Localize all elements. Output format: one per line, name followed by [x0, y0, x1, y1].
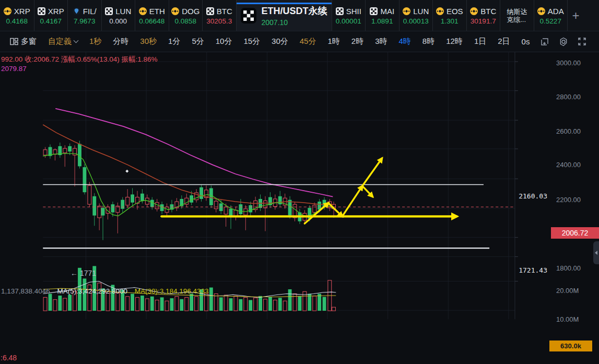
- binance-icon: [470, 7, 478, 15]
- active-price: 2007.10: [262, 18, 327, 27]
- binance-icon: [403, 7, 410, 15]
- ticker-lun[interactable]: LUN 0.00013: [399, 0, 433, 31]
- ticker-symbol: FIL/: [83, 7, 97, 16]
- ticker-symbol: LUN: [413, 7, 429, 16]
- period-1分[interactable]: 1分: [162, 35, 186, 49]
- ticker-bar: XRP 0.4168 XRP 0.4167 FIL/ 7.9673 LUN 0.…: [0, 0, 599, 31]
- ticker-symbol: EOS: [447, 7, 463, 16]
- okx-icon: [241, 8, 256, 24]
- settings-gear-icon[interactable]: [554, 37, 573, 46]
- ticker-lun[interactable]: LUN 0.000: [101, 0, 135, 31]
- binance-icon: [171, 7, 179, 15]
- period-15分[interactable]: 15分: [238, 35, 266, 49]
- period-12時[interactable]: 12時: [440, 35, 468, 49]
- add-ticker-button[interactable]: +: [567, 0, 584, 31]
- okx-icon: [38, 7, 45, 15]
- ticker-price: 30205.3: [206, 17, 232, 25]
- ticker-price: 0.00013: [403, 17, 429, 25]
- ticker-xrp[interactable]: XRP 0.4168: [0, 0, 34, 31]
- active-tab-ticker-ethusdt[interactable]: ETH/USDT永续 2007.10: [236, 0, 332, 31]
- chart-toolbar: 多窗 自定義 1秒分時30秒1分5分10分15分30分45分1時2時3時4時8時…: [0, 31, 599, 52]
- period-45分[interactable]: 45分: [294, 35, 322, 49]
- fullscreen-icon[interactable]: [573, 37, 591, 46]
- ticker-symbol: MAI: [380, 7, 394, 16]
- period-30分[interactable]: 30分: [266, 35, 294, 49]
- ticker-btc[interactable]: BTC 30205.3: [202, 0, 236, 31]
- ticker-symbol: BTC: [480, 7, 496, 16]
- ticker-symbol: 纳斯达克综...: [507, 8, 527, 24]
- ticker-price: 0.00001: [336, 17, 361, 25]
- period-2時[interactable]: 2時: [346, 35, 369, 49]
- ticker-price: 7.9673: [74, 17, 95, 25]
- period-0s[interactable]: 0s: [516, 35, 536, 49]
- period-2日[interactable]: 2日: [492, 35, 515, 49]
- price-volume-chart[interactable]: [0, 52, 599, 364]
- current-volume-badge: 630.0k: [549, 340, 592, 351]
- ticker-price: 1.301: [441, 17, 459, 25]
- ticker-symbol: XRP: [14, 7, 30, 16]
- period-5分[interactable]: 5分: [186, 35, 209, 49]
- ticker-price: 0.0858: [175, 17, 196, 25]
- ticker-symbol: SHII: [346, 7, 361, 16]
- ticker-price: 0.4167: [40, 17, 62, 25]
- custom-period-label: 自定義: [48, 37, 72, 46]
- ticker-symbol: DOG: [182, 7, 199, 16]
- save-layout-button[interactable]: 未命名: [595, 35, 599, 49]
- add-pane-button[interactable]: [535, 37, 554, 46]
- period-10分[interactable]: 10分: [210, 35, 238, 49]
- period-3時[interactable]: 3時: [369, 35, 393, 49]
- okx-icon: [336, 7, 344, 15]
- filecoin-icon: [73, 7, 80, 15]
- custom-period-button[interactable]: 自定義: [42, 35, 84, 49]
- ticker-symbol: BTC: [217, 7, 232, 16]
- ticker-symbol: XRP: [48, 7, 64, 16]
- period-8時[interactable]: 8時: [417, 35, 440, 49]
- period-1時[interactable]: 1時: [322, 35, 345, 49]
- ticker-mai[interactable]: MAI 1.0891: [365, 0, 399, 31]
- okx-icon: [105, 7, 113, 15]
- multi-window-label: 多窗: [21, 37, 37, 46]
- ticker-price: 30191.7: [471, 17, 496, 25]
- period-1秒[interactable]: 1秒: [84, 35, 107, 49]
- period-4時[interactable]: 4時: [393, 35, 417, 49]
- ticker-price: 0.000: [109, 17, 127, 25]
- ticker-symbol: ETH: [149, 7, 165, 16]
- ticker-price: 0.4168: [6, 17, 28, 25]
- ma-lines-layer: [43, 109, 336, 297]
- multi-window-button[interactable]: 多窗: [4, 35, 42, 49]
- current-price-badge: 2006.72: [551, 227, 599, 239]
- candles-layer: [43, 141, 335, 240]
- period-分時[interactable]: 分時: [107, 35, 134, 49]
- ticker-eos[interactable]: EOS 1.301: [432, 0, 466, 31]
- ticker-[interactable]: 纳斯达克综...: [500, 0, 534, 31]
- multi-window-icon: [10, 38, 18, 45]
- ticker-price: 0.06648: [139, 17, 165, 25]
- ticker-price: 0.5227: [540, 17, 561, 25]
- ticker-btc[interactable]: BTC 30191.7: [466, 0, 500, 31]
- period-list: 1秒分時30秒1分5分10分15分30分45分1時2時3時4時8時12時1日2日…: [84, 35, 535, 49]
- period-30秒[interactable]: 30秒: [134, 35, 162, 49]
- volume-layer: [43, 266, 335, 311]
- ticker-price: 1.0891: [371, 17, 393, 25]
- binance-icon: [436, 7, 444, 15]
- chevron-down-icon: [74, 38, 79, 43]
- okx-icon: [370, 7, 378, 15]
- ticker-ada[interactable]: ADA 0.5227: [534, 0, 568, 31]
- triangle-left-icon: [595, 251, 597, 255]
- ticker-symbol: ADA: [548, 7, 564, 16]
- ticker-symbol: LUN: [115, 7, 131, 16]
- binance-icon: [4, 7, 11, 15]
- ticker-eth[interactable]: ETH 0.06648: [135, 0, 169, 31]
- ticker-fil[interactable]: FIL/ 7.9673: [67, 0, 101, 31]
- ticker-dog[interactable]: DOG 0.0858: [169, 0, 203, 31]
- okx-icon: [206, 7, 214, 15]
- active-tab-indicator: [237, 3, 332, 4]
- ticker-shii[interactable]: SHII 0.00001: [332, 0, 366, 31]
- ticker-xrp[interactable]: XRP 0.4167: [34, 0, 68, 31]
- binance-icon: [537, 7, 545, 15]
- active-symbol-label: ETH/USDT永续: [262, 5, 327, 17]
- binance-icon: [139, 7, 147, 15]
- collapse-panel-handle[interactable]: [593, 241, 599, 264]
- chart-canvas[interactable]: 992.00 收:2006.72 漲幅:0.65%(13.04) 振幅:1.86…: [0, 52, 599, 364]
- period-1日[interactable]: 1日: [468, 35, 492, 49]
